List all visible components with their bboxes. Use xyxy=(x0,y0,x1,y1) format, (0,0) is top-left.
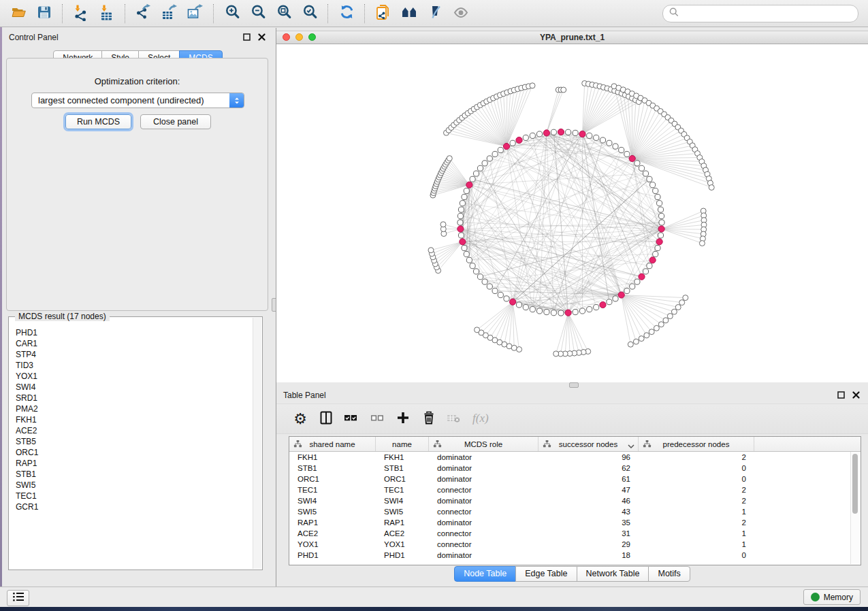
table-scrollbar[interactable] xyxy=(850,452,860,564)
save-session-button[interactable] xyxy=(31,3,57,24)
cell-successor_nodes[interactable]: 43 xyxy=(539,506,639,517)
tab-node-table[interactable]: Node Table xyxy=(454,566,516,582)
binoculars-button[interactable] xyxy=(396,3,422,24)
automation-panel-button[interactable] xyxy=(7,590,29,606)
tab-motifs[interactable]: Motifs xyxy=(648,566,690,582)
zoom-out-button[interactable] xyxy=(245,3,271,24)
cell-shared_name[interactable]: PHD1 xyxy=(289,550,376,561)
cell-name[interactable]: SWI4 xyxy=(376,495,429,506)
cell-name[interactable]: FKH1 xyxy=(376,452,429,463)
cell-predecessor_nodes[interactable]: 1 xyxy=(639,539,754,550)
result-list-item[interactable]: STB1 xyxy=(16,469,253,480)
column-header-MCDS-role[interactable]: MCDS role xyxy=(429,437,539,451)
search-input[interactable] xyxy=(679,8,852,19)
cell-successor_nodes[interactable]: 31 xyxy=(539,528,639,539)
criterion-select[interactable]: largest connected component (undirected) xyxy=(31,93,244,108)
cell-shared_name[interactable]: ACE2 xyxy=(289,528,376,539)
cell-successor_nodes[interactable]: 96 xyxy=(539,452,639,463)
network-window-titlebar[interactable]: YPA_prune.txt_1 xyxy=(276,31,868,44)
clone-network-button[interactable] xyxy=(370,3,396,24)
network-canvas[interactable] xyxy=(276,44,868,382)
table-settings-button[interactable]: ⚙ xyxy=(290,410,310,429)
cell-successor_nodes[interactable]: 18 xyxy=(539,550,639,561)
zoom-in-button[interactable] xyxy=(219,3,245,24)
result-list-item[interactable]: RAP1 xyxy=(16,458,253,469)
cell-shared_name[interactable]: ORC1 xyxy=(289,474,376,484)
table-row[interactable]: SWI5SWI5connector431 xyxy=(289,506,861,517)
show-columns-button[interactable] xyxy=(316,410,336,429)
table-row[interactable]: FKH1FKH1dominator962 xyxy=(289,452,861,463)
cell-predecessor_nodes[interactable]: 2 xyxy=(639,495,754,506)
table-row[interactable]: PHD1PHD1dominator180 xyxy=(289,550,861,561)
cell-mcds_role[interactable]: connector xyxy=(429,528,539,539)
run-mcds-button[interactable]: Run MCDS xyxy=(65,114,131,129)
cell-predecessor_nodes[interactable]: 2 xyxy=(639,484,754,495)
cell-shared_name[interactable]: FKH1 xyxy=(289,452,376,463)
cell-shared_name[interactable]: SWI5 xyxy=(289,506,376,517)
network-graph[interactable] xyxy=(276,44,868,382)
cell-successor_nodes[interactable]: 46 xyxy=(539,495,639,506)
result-list-item[interactable]: SRD1 xyxy=(16,393,253,403)
cell-mcds_role[interactable]: dominator xyxy=(429,474,539,484)
cell-mcds_role[interactable]: connector xyxy=(429,484,539,495)
maximize-window-icon[interactable] xyxy=(308,33,316,41)
cell-name[interactable]: TEC1 xyxy=(376,484,429,495)
result-list-item[interactable]: YOX1 xyxy=(16,371,253,382)
result-list-item[interactable]: GCR1 xyxy=(16,501,253,512)
zoom-selected-button[interactable] xyxy=(297,3,323,24)
column-header-shared-name[interactable]: shared name xyxy=(289,437,376,451)
cell-mcds_role[interactable]: connector xyxy=(429,539,539,550)
float-panel-icon[interactable] xyxy=(243,33,251,41)
export-image-button[interactable] xyxy=(182,3,208,24)
table-row[interactable]: ACE2ACE2connector311 xyxy=(289,528,861,539)
result-list-item[interactable]: SWI4 xyxy=(16,382,253,393)
table-scrollbar-thumb[interactable] xyxy=(852,454,858,514)
cell-mcds_role[interactable]: dominator xyxy=(429,550,539,561)
delete-column-button[interactable] xyxy=(419,410,439,429)
cell-shared_name[interactable]: SWI4 xyxy=(289,495,376,506)
cell-predecessor_nodes[interactable]: 0 xyxy=(639,550,754,561)
table-row[interactable]: SWI4SWI4dominator462 xyxy=(289,495,861,506)
table-row[interactable]: STB1STB1dominator620 xyxy=(289,463,861,474)
result-list-item[interactable]: STP4 xyxy=(16,349,253,360)
cell-mcds_role[interactable]: dominator xyxy=(429,452,539,463)
cell-mcds_role[interactable]: dominator xyxy=(429,463,539,474)
result-list-item[interactable]: TEC1 xyxy=(16,491,253,501)
cell-shared_name[interactable]: YOX1 xyxy=(289,539,376,550)
import-network-button[interactable] xyxy=(68,3,94,24)
cell-predecessor_nodes[interactable]: 2 xyxy=(639,452,754,463)
cell-successor_nodes[interactable]: 62 xyxy=(539,463,639,474)
column-header-predecessor-nodes[interactable]: predecessor nodes xyxy=(639,437,754,451)
sort-chevron-down-icon[interactable] xyxy=(628,442,634,450)
select-all-button[interactable] xyxy=(340,410,361,429)
cell-shared_name[interactable]: STB1 xyxy=(289,463,376,474)
cell-predecessor_nodes[interactable]: 2 xyxy=(639,517,754,528)
result-list-item[interactable]: CAR1 xyxy=(16,338,253,349)
cell-successor_nodes[interactable]: 47 xyxy=(539,484,639,495)
cell-successor_nodes[interactable]: 35 xyxy=(539,517,639,528)
result-list-item[interactable]: ORC1 xyxy=(16,447,253,458)
cell-name[interactable]: YOX1 xyxy=(376,539,429,550)
show-hide-view-button[interactable] xyxy=(448,3,474,24)
tab-network-table[interactable]: Network Table xyxy=(577,566,649,582)
cell-name[interactable]: SWI5 xyxy=(376,506,429,517)
table-row[interactable]: YOX1YOX1connector291 xyxy=(289,539,861,550)
table-row[interactable]: TEC1TEC1connector472 xyxy=(289,484,861,495)
cell-shared_name[interactable]: RAP1 xyxy=(289,517,376,528)
cell-name[interactable]: PHD1 xyxy=(376,550,429,561)
result-list-item[interactable]: PHD1 xyxy=(16,327,253,338)
import-table-button[interactable] xyxy=(94,3,120,24)
close-panel-icon[interactable] xyxy=(852,391,860,399)
tab-edge-table[interactable]: Edge Table xyxy=(515,566,577,582)
add-column-button[interactable] xyxy=(393,410,413,429)
open-folder-button[interactable] xyxy=(5,3,31,24)
export-network-button[interactable] xyxy=(131,3,157,24)
cell-successor_nodes[interactable]: 61 xyxy=(539,474,639,484)
cell-predecessor_nodes[interactable]: 0 xyxy=(639,474,754,484)
close-panel-button[interactable]: Close panel xyxy=(140,114,211,129)
close-panel-icon[interactable] xyxy=(258,33,266,41)
result-list-item[interactable]: SWI5 xyxy=(16,480,253,491)
float-panel-icon[interactable] xyxy=(837,391,845,399)
memory-button[interactable]: Memory xyxy=(803,589,861,605)
cell-name[interactable]: RAP1 xyxy=(376,517,429,528)
